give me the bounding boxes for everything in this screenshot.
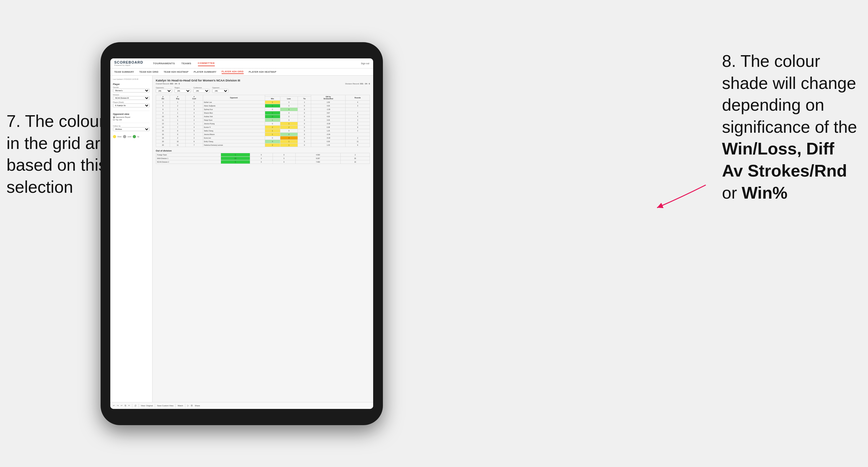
td-loss: 0 — [280, 115, 298, 119]
td-win: 2 — [265, 144, 280, 147]
td-conf: 4 — [185, 111, 203, 115]
table-row: Foreign Team 1 0 0 4.500 2 — [156, 153, 370, 157]
radio-dot-opponents — [113, 116, 115, 118]
td-loss: 0 — [250, 153, 273, 157]
th-diff: Diff AvStrokes/Rnd — [311, 95, 346, 101]
colour-by-select[interactable]: Win/loss — [113, 127, 150, 131]
undo-icon[interactable]: ↩ — [113, 404, 115, 407]
td-conf: 1 — [185, 133, 203, 136]
th-opponent: Opponent — [203, 95, 265, 101]
td-reg: 1 — [170, 122, 186, 126]
td-conf: 6 — [185, 140, 203, 144]
redo-icon[interactable]: ↪ — [117, 404, 119, 407]
td-diff: -0.94 — [311, 133, 346, 136]
td-rounds: 4 — [346, 115, 370, 119]
filter-opponents-select[interactable]: (All) — [156, 89, 172, 93]
toolbar-divider-4 — [175, 404, 176, 408]
colour-legend: Down Level Up — [113, 135, 150, 138]
td-rounds: 4 — [346, 129, 370, 133]
table-row: 13 1 1 Jessica Huang 0 1 0 -3.00 2 — [156, 122, 370, 126]
td-opponent: Alexis Sudjianto — [203, 104, 265, 108]
present-icon[interactable]: ▷ — [187, 404, 189, 407]
sub-nav-player-h2h-grid[interactable]: PLAYER H2H GRID — [222, 70, 244, 74]
td-conf: 3 — [185, 115, 203, 119]
filter-region-select[interactable]: (All) — [175, 89, 191, 93]
table-row: 14 7 4 Eunice Yi 2 2 0 0.38 9 — [156, 126, 370, 129]
sub-nav-player-summary[interactable]: PLAYER SUMMARY — [194, 70, 216, 74]
td-tie: 1 — [298, 101, 311, 104]
watch-btn[interactable]: Watch — [178, 405, 183, 407]
table-row: 3 1 1 Esther Lee 1 0 1 1.50 4 — [156, 101, 370, 104]
td-win: 1 — [221, 153, 250, 157]
td-opponent: Esther Lee — [203, 101, 265, 104]
radio-label-opponents: Opponents Played — [116, 116, 130, 118]
nav-sign-out[interactable]: Sign out — [361, 62, 369, 65]
sub-nav-team-summary[interactable]: TEAM SUMMARY — [114, 70, 134, 74]
copy-icon[interactable]: ⧉ — [125, 404, 126, 407]
td-loss: 0 — [280, 101, 298, 104]
tablet-frame: SCOREBOARD Powered by clippd TOURNAMENTS… — [101, 42, 383, 425]
td-rounds: 2 — [341, 153, 370, 157]
filter-conference-select[interactable]: (All) — [193, 89, 210, 93]
opponent-view-options: Opponents Played Top 100 — [113, 116, 150, 121]
save-custom-view-btn[interactable]: Save Custom View — [157, 405, 174, 407]
out-of-division-table: Foreign Team 1 0 0 4.500 2 NAIA Division… — [156, 153, 370, 164]
td-tie: 0 — [273, 157, 295, 160]
td-tie: 0 — [298, 133, 311, 136]
filter-opponent-select[interactable]: (All) — [212, 89, 228, 93]
toolbar-divider-5 — [185, 404, 185, 408]
nav-teams[interactable]: TEAMS — [181, 61, 191, 66]
table-row: 20 11 7 Federica Domecq Lacroze 2 1 0 1.… — [156, 144, 370, 147]
td-div: 6 — [156, 108, 170, 111]
td-conf: 5 — [185, 129, 203, 133]
td-win: 2 — [265, 115, 280, 119]
undo2-icon[interactable]: ↩ — [121, 404, 123, 407]
td-div: 9 — [156, 111, 170, 115]
td-tie: 0 — [298, 119, 311, 122]
division-select[interactable]: NCAA Division III — [113, 96, 150, 100]
division-label: Division — [113, 94, 150, 96]
gender-select[interactable]: Women's — [113, 89, 150, 93]
td-loss: 0 — [250, 157, 273, 160]
table-row: 11 1 2 Heejo Hyun 1 0 0 3.33 3 — [156, 119, 370, 122]
colour-by-label: Colour by — [113, 125, 150, 127]
td-rounds: 3 — [346, 119, 370, 122]
td-diff: 1.33 — [311, 144, 346, 147]
td-win: 1 — [265, 133, 280, 136]
right-content: Katelyn Vo Head-to-Head Grid for Women's… — [153, 75, 373, 402]
tablet-screen: SCOREBOARD Powered by clippd TOURNAMENTS… — [110, 58, 373, 409]
nav-tournaments[interactable]: TOURNAMENTS — [153, 61, 175, 66]
annotation-right-text1: 8. The colour shade will change dependin… — [722, 52, 857, 136]
td-rounds: 2 — [346, 136, 370, 140]
nav-committee[interactable]: COMMITTEE — [198, 61, 215, 66]
td-loss: 0 — [280, 111, 298, 115]
view-original-btn[interactable]: View: Original — [141, 405, 153, 407]
annotation-right: 8. The colour shade will change dependin… — [722, 50, 858, 204]
sub-nav-team-h2h-heatmap[interactable]: TEAM H2H HEATMAP — [163, 70, 188, 74]
th-reg: #Reg — [170, 95, 186, 101]
td-tie: 0 — [298, 108, 311, 111]
td-div: 11 — [156, 119, 170, 122]
td-win: 1 — [265, 129, 280, 133]
td-tie: 0 — [298, 129, 311, 133]
sub-nav-player-h2h-heatmap[interactable]: PLAYER H2H HEATMAP — [249, 70, 276, 74]
top-nav: SCOREBOARD Powered by clippd TOURNAMENTS… — [110, 58, 373, 68]
radio-top100[interactable]: Top 100 — [113, 119, 150, 121]
td-reg: 7 — [170, 126, 186, 129]
cut-icon[interactable]: ✂ — [128, 404, 130, 407]
td-conf: 1 — [185, 122, 203, 126]
player-rank-select[interactable]: 8. Katelyn Vo — [113, 103, 150, 107]
clock-icon[interactable]: ⏱ — [134, 405, 136, 407]
td-opponent: Heejo Hyun — [203, 119, 265, 122]
table-row: 6 1 3 Sydney Kuo 0 1 0 -1.00 — [156, 108, 370, 111]
td-diff: 4.00 — [311, 104, 346, 108]
share-btn[interactable]: Share — [195, 405, 200, 407]
radio-opponents-played[interactable]: Opponents Played — [113, 116, 150, 118]
sub-nav-team-h2h-grid[interactable]: TEAM H2H GRID — [139, 70, 158, 74]
td-rounds: 3 — [346, 104, 370, 108]
td-reg: 2 — [170, 136, 186, 140]
grid-icon[interactable]: ⊞ — [191, 404, 193, 407]
td-opponent: Jessica Mason — [203, 133, 265, 136]
td-loss: 2 — [280, 133, 298, 136]
td-opponent: Jessica Huang — [203, 122, 265, 126]
